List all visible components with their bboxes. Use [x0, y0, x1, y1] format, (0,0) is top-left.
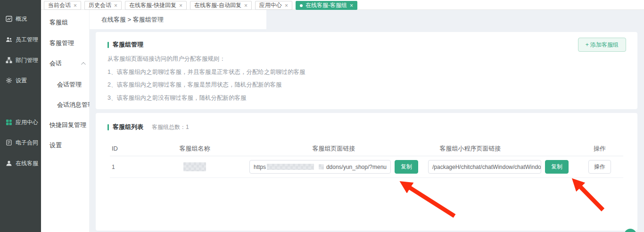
tab-label: 在线客服-快捷回复 — [129, 1, 176, 9]
add-service-group-button[interactable]: + 添加客服组 — [578, 38, 626, 52]
tab-close-icon[interactable]: × — [74, 3, 77, 8]
sidebar-item-label: 设置 — [16, 77, 27, 85]
cell-group-name — [143, 162, 247, 171]
tab-label: 应用中心 — [259, 1, 282, 9]
submenu-item-service-group[interactable]: 客服组 — [50, 18, 68, 27]
tab-quick-reply[interactable]: 在线客服-快捷回复 × — [125, 1, 187, 10]
service-group-table: ID 客服组名称 客服组页面链接 客服组小程序页面链接 操作 1 https — [110, 141, 623, 178]
group-count-label: 客服组总数：1 — [152, 123, 189, 131]
tab-app-center[interactable]: 应用中心 × — [255, 1, 292, 10]
tab-close-icon[interactable]: × — [350, 3, 353, 8]
tab-auto-reply[interactable]: 在线客服-自动回复 × — [190, 1, 252, 10]
tab-label: 历史会话 — [89, 1, 111, 9]
tab-bar: 当前会话 × 历史会话 × 在线客服-快捷回复 × 在线客服-自动回复 × 应用… — [41, 0, 644, 10]
rule-line: 从客服组页面链接访问的用户分配客服规则： — [107, 53, 305, 66]
redacted-domain — [267, 164, 314, 170]
main-content: 在线客服 > 客服组管理 客服组管理 + 添加客服组 从客服组页面链接访问的用户… — [90, 10, 644, 232]
submenu-item-session-group[interactable]: 会话 — [50, 59, 84, 68]
panel-header: 客服组管理 — [107, 40, 143, 49]
tab-close-icon[interactable]: × — [179, 3, 182, 8]
col-header-name: 客服组名称 — [143, 144, 247, 153]
link-text-prefix: https — [254, 164, 266, 170]
rule-line: 2、该客服组内之前聊过客服，客服是禁用状态，随机分配新的客服 — [107, 79, 305, 92]
sidebar-item-label: 应用中心 — [16, 119, 38, 127]
rule-line: 3、该客服组内之前没有聊过客服，随机分配新的客服 — [107, 92, 305, 105]
sidebar-item-label: 在线客服 — [16, 160, 38, 168]
assignment-rules: 从客服组页面链接访问的用户分配客服规则： 1、该客服组内之前聊过客服，并且客服是… — [107, 53, 305, 104]
page-link-input[interactable]: https ddons/yun_shop/?menu — [249, 160, 391, 174]
tab-service-group-active[interactable]: 在线客服-客服组 × — [296, 1, 357, 10]
tab-label: 在线客服-客服组 — [305, 1, 347, 9]
copy-page-link-button[interactable]: 复制 — [395, 160, 418, 174]
service-group-list-panel: 客服组列表 客服组总数：1 ID 客服组名称 客服组页面链接 客服组小程序页面链… — [96, 113, 637, 231]
app-grid-icon — [6, 119, 12, 126]
col-header-mini-link: 客服组小程序页面链接 — [421, 144, 576, 153]
sidebar-item-overview[interactable]: 概况 — [6, 14, 27, 24]
tab-history-session[interactable]: 历史会话 × — [84, 1, 122, 10]
tab-close-icon[interactable]: × — [285, 3, 288, 8]
customer-service-icon — [6, 160, 12, 167]
sidebar-item-label: 概况 — [16, 15, 27, 23]
breadcrumb-bar: 在线客服 > 客服组管理 — [90, 10, 266, 29]
panel-title-accent-bar — [107, 42, 109, 48]
mini-program-link-input[interactable]: /packageH/chitchat/chatWindow/chatWindow… — [428, 160, 541, 174]
tab-close-icon[interactable]: × — [114, 3, 117, 8]
panel-title: 客服组列表 — [113, 123, 143, 131]
active-tab-dot-icon — [300, 4, 303, 7]
chevron-up-icon — [81, 62, 86, 66]
overview-icon — [6, 16, 12, 22]
tab-close-icon[interactable]: × — [244, 3, 248, 8]
sidebar-item-department[interactable]: 部门管理 — [6, 56, 38, 65]
rule-line: 1、该客服组内之前聊过客服，并且客服是正常状态，分配给之前聊过的客服 — [107, 66, 305, 79]
submenu-item-quick-reply-manage[interactable]: 快捷回复管理 — [50, 120, 86, 130]
staff-icon — [6, 36, 12, 43]
sidebar-item-label: 电子合同 — [16, 139, 38, 147]
redacted-group-name — [183, 162, 206, 171]
cell-mini-program-link: /packageH/chitchat/chatWindow/chatWindow… — [421, 160, 576, 174]
breadcrumb: 在线客服 > 客服组管理 — [101, 10, 164, 29]
col-header-action: 操作 — [576, 144, 623, 153]
tab-label: 在线客服-自动回复 — [194, 1, 241, 9]
main-sidebar: 概况 员工管理 部门管理 设置 应用中心 电子合同 在线客服 — [0, 0, 41, 232]
copy-mini-program-link-button[interactable]: 复制 — [545, 160, 569, 174]
sidebar-item-online-service[interactable]: 在线客服 — [6, 159, 38, 168]
gear-icon — [6, 77, 12, 84]
redacted-segment — [319, 164, 324, 169]
submenu-item-session-manage[interactable]: 会话管理 — [57, 80, 82, 89]
col-header-id: ID — [110, 145, 143, 152]
sidebar-item-app-center[interactable]: 应用中心 — [6, 118, 38, 127]
tab-current-session[interactable]: 当前会话 × — [44, 1, 81, 10]
sidebar-item-contract[interactable]: 电子合同 — [6, 138, 38, 147]
sidebar-item-staff[interactable]: 员工管理 — [6, 35, 38, 44]
contract-icon — [6, 139, 12, 146]
submenu-item-settings[interactable]: 设置 — [50, 141, 62, 150]
service-group-manage-panel: 客服组管理 + 添加客服组 从客服组页面链接访问的用户分配客服规则： 1、该客服… — [96, 32, 637, 109]
table-row: 1 https ddons/yun_shop/?menu 复制 — [110, 156, 623, 178]
sidebar-item-label: 部门管理 — [16, 56, 38, 64]
sidebar-item-label: 员工管理 — [16, 36, 38, 44]
link-text-suffix: ddons/yun_shop/?menu — [326, 164, 387, 170]
department-icon — [6, 57, 12, 64]
submenu-item-label: 会话 — [50, 59, 62, 68]
submenu-item-service-manage[interactable]: 客服管理 — [50, 39, 74, 48]
sidebar-item-settings[interactable]: 设置 — [6, 76, 27, 85]
col-header-page-link: 客服组页面链接 — [247, 144, 421, 153]
panel-title-accent-bar — [107, 124, 109, 130]
table-header-row: ID 客服组名称 客服组页面链接 客服组小程序页面链接 操作 — [110, 141, 623, 156]
cell-action: 操作 — [576, 160, 623, 174]
row-action-button[interactable]: 操作 — [588, 160, 611, 174]
panel-header: 客服组列表 客服组总数：1 — [107, 123, 189, 131]
submenu-item-session-message-manage[interactable]: 会话消息管理 — [57, 100, 94, 110]
panel-title: 客服组管理 — [113, 40, 143, 49]
app-window: 概况 员工管理 部门管理 设置 应用中心 电子合同 在线客服 客服组 客服管理 — [0, 0, 644, 232]
tab-label: 当前会话 — [48, 1, 71, 9]
submenu-sidebar: 客服组 客服管理 会话 会话管理 会话消息管理 快捷回复管理 设置 — [41, 0, 90, 232]
cell-page-link: https ddons/yun_shop/?menu 复制 — [247, 160, 421, 174]
cell-id: 1 — [110, 164, 143, 170]
